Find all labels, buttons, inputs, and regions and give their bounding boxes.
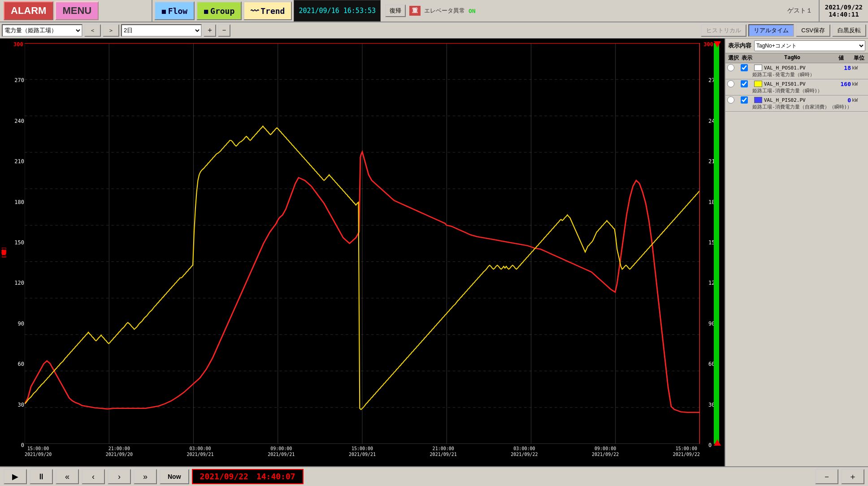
fast-forward-button[interactable]: » [134, 469, 157, 484]
x-label-7: 09:00:002021/09/22 [592, 446, 619, 457]
y-label-30: 30 [8, 402, 24, 408]
zoom-controls: － ＋ [815, 469, 864, 484]
tag-check-0[interactable] [741, 64, 748, 71]
tag-unit-2: kW [852, 97, 866, 103]
now-button[interactable]: Now [160, 469, 189, 484]
tag-unit-0: kW [852, 65, 866, 71]
col-display: 表示 [741, 54, 753, 62]
x-label-5: 21:00:002021/09/21 [430, 446, 457, 457]
flow-icon: ◼ [161, 6, 166, 16]
tag-swatch-1 [754, 81, 762, 87]
zoom-in-button[interactable]: ＋ [204, 24, 216, 37]
tag-check-2[interactable] [741, 96, 748, 104]
alarm-state: ON [469, 8, 476, 14]
tag-row-main-1: VAL_H_PIS01.PV 160 kW [727, 80, 866, 87]
x-label-2: 03:00:002021/09/21 [187, 446, 213, 457]
historical-button[interactable]: ヒストリカル [701, 24, 746, 37]
tag-tagno-0: VAL_H_POS01.PV [764, 65, 806, 71]
x-label-4: 15:00:002021/09/21 [349, 446, 376, 457]
play-button[interactable]: ▶ [4, 469, 27, 484]
tag-name-2: VAL_H_PIS02.PV [754, 97, 830, 103]
x-label-0: 15:00:002021/09/20 [25, 446, 52, 457]
x-axis-labels: 15:00:002021/09/20 21:00:002021/09/20 03… [25, 444, 700, 466]
invert-button[interactable]: 白黒反転 [832, 24, 866, 37]
tag-row-0: VAL_H_POS01.PV 18 kW 姫路工場-発電力量（瞬時） [725, 63, 868, 79]
tag-comment-1: 姫路工場-消費電力量（瞬時)） [727, 87, 866, 94]
x-label-3: 09:00:002021/09/21 [268, 446, 295, 457]
menu-button[interactable]: MENU [55, 1, 99, 20]
col-select: 選択 [727, 54, 740, 62]
zoom-out-button[interactable]: － [218, 24, 230, 37]
facility-select[interactable]: 電力量（姫路工場） [2, 24, 82, 37]
y-axis-left: 270 240 210 180 150 120 90 60 30 0 [8, 43, 24, 448]
red-triangle-top [714, 41, 721, 48]
tag-check-1[interactable] [741, 80, 748, 87]
trend-tab-label: Trend [260, 6, 285, 16]
y-label-0: 0 [8, 442, 24, 448]
tag-radio-0[interactable] [727, 64, 734, 71]
col-unit: 単位 [852, 54, 866, 62]
tag-comment-2: 姫路工場-消費電力量（自家消費）（瞬時)） [727, 104, 866, 110]
y-label-210: 210 [8, 158, 24, 165]
header-right-date: 2021/09/22 14:40:11 [819, 0, 868, 22]
tag-row-2: VAL_H_PIS02.PV 0 kW 姫路工場-消費電力量（自家消費）（瞬時)… [725, 95, 868, 112]
green-bar [714, 43, 719, 444]
toolbar-right: ヒストリカル リアルタイム CSV保存 白黒反転 [701, 24, 866, 37]
prev-button[interactable]: ＜ [84, 24, 101, 37]
tag-name-1: VAL_H_PIS01.PV [754, 81, 830, 87]
header-user: ゲスト１ [781, 0, 819, 22]
col-value: 値 [831, 54, 851, 62]
tag-row-main-2: VAL_H_PIS02.PV 0 kW [727, 96, 866, 104]
main-area: 300 300 270 240 210 180 150 120 90 60 30… [0, 39, 868, 466]
fukki-button[interactable]: 復帰 [385, 4, 406, 17]
y-label-150: 150 [8, 239, 24, 246]
y-label-120: 120 [8, 280, 24, 286]
zoom-in-ctrl[interactable]: ＋ [841, 469, 864, 484]
tag-radio-1[interactable] [727, 80, 734, 87]
csv-button[interactable]: CSV保存 [796, 24, 830, 37]
pause-button[interactable]: ⏸ [30, 469, 53, 484]
tag-row-1: VAL_H_PIS01.PV 160 kW 姫路工場-消費電力量（瞬時)） [725, 79, 868, 95]
y-axis-label-text: 姫路工場発電電力量（瞬時）[kW] [1, 247, 8, 259]
red-triangle-bot [714, 439, 721, 446]
display-select[interactable]: TagNo+コメント [754, 40, 865, 51]
realtime-button[interactable]: リアルタイム [748, 24, 794, 37]
trend-icon: 〰 [251, 6, 259, 16]
nav-tabs: ◼ Flow ◼ Group 〰 Trend [152, 0, 294, 22]
tag-value-0: 18 [831, 65, 851, 71]
chart-container: 300 300 270 240 210 180 150 120 90 60 30… [0, 39, 725, 466]
tab-trend[interactable]: 〰 Trend [243, 1, 292, 20]
tab-group[interactable]: ◼ Group [196, 1, 242, 20]
zoom-out-ctrl[interactable]: － [815, 469, 838, 484]
flow-tab-label: Flow [168, 6, 187, 16]
group-icon: ◼ [204, 6, 208, 16]
next-button[interactable]: ＞ [103, 24, 119, 37]
y-label-180: 180 [8, 199, 24, 205]
tag-name-0: VAL_H_POS01.PV [754, 65, 830, 71]
tab-flow[interactable]: ◼ Flow [154, 1, 195, 20]
tag-swatch-2 [754, 97, 762, 103]
header: ALARM MENU ◼ Flow ◼ Group 〰 Trend 2021/0… [0, 0, 868, 22]
rewind-button[interactable]: « [56, 469, 79, 484]
current-date: 2021/09/22 [825, 4, 863, 11]
tag-tagno-2: VAL_H_PIS02.PV [764, 97, 806, 103]
datetime-display-text: 2021/09/22 14:40:07 [200, 471, 295, 482]
tag-radio-2[interactable] [727, 96, 734, 104]
y-axis-label: 姫路工場発電電力量（瞬時）[kW] [0, 185, 8, 320]
alarm-menu-section: ALARM MENU [0, 0, 152, 22]
tag-unit-1: kW [852, 81, 866, 87]
current-time: 14:40:11 [829, 11, 859, 18]
tag-comment-0: 姫路工場-発電力量（瞬時） [727, 71, 866, 78]
tag-tagno-1: VAL_H_PIS01.PV [764, 81, 806, 87]
y-label-90: 90 [8, 321, 24, 327]
tag-value-2: 0 [831, 97, 851, 104]
period-select[interactable]: 2日 1日 3日 7日 [121, 24, 202, 37]
forward-button[interactable]: › [108, 469, 131, 484]
back-button[interactable]: ‹ [82, 469, 105, 484]
severity-badge: 重 [409, 6, 421, 16]
alarm-button[interactable]: ALARM [4, 1, 53, 20]
bottom-bar: ▶ ⏸ « ‹ › » Now 2021/09/22 14:40:07 － ＋ [0, 466, 868, 486]
alarm-info: 復帰 重 エレベータ異常 ON [381, 0, 781, 22]
header-datetime: 2021/09/16 16:53:53 [294, 0, 381, 22]
group-tab-label: Group [210, 6, 234, 16]
